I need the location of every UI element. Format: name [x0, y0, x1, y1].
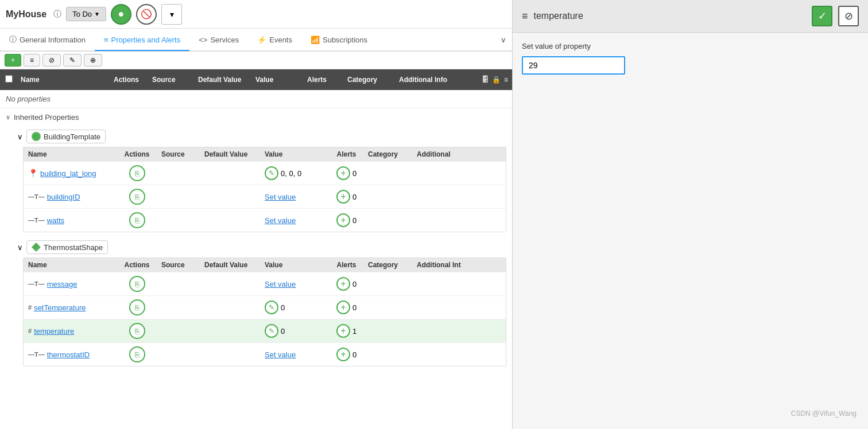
alert-count-watts: 0 — [352, 216, 356, 225]
row-actions-settemperature: ⎘ — [113, 299, 161, 315]
temperature-link[interactable]: temperature — [34, 327, 74, 336]
todo-caret-icon: ▼ — [94, 11, 100, 17]
inherited-properties-section[interactable]: ∨ Inherited Properties — [0, 108, 512, 126]
toolbar-btn-4[interactable]: ✎ — [63, 54, 82, 67]
ban-button[interactable]: 🚫 — [136, 4, 157, 25]
value-building-lat-long: 0, 0, 0 — [281, 169, 301, 178]
bth-additional: Additional — [417, 150, 506, 158]
copy-button-temperature[interactable]: ⎘ — [129, 323, 145, 339]
type-num-icon-settemp: # — [28, 304, 32, 311]
tab-general-label: General Information — [20, 36, 86, 44]
copy-button-buildingid[interactable]: ⎘ — [129, 189, 145, 205]
th-checkbox[interactable] — [0, 75, 17, 84]
cancel-button[interactable]: ⊘ — [838, 6, 859, 26]
tab-events[interactable]: ⚡ Events — [248, 30, 301, 51]
add-property-button[interactable]: + — [5, 54, 21, 67]
tab-properties-alerts[interactable]: ≡ Properties and Alerts — [95, 30, 189, 51]
row-actions-building-lat-long: ⎘ — [113, 165, 161, 181]
settemperature-link[interactable]: setTemperature — [34, 303, 86, 312]
tab-services[interactable]: <> Services — [189, 30, 248, 51]
building-lat-long-link[interactable]: building_lat_long — [40, 169, 96, 178]
tab-general-information[interactable]: ⓘ General Information — [0, 29, 95, 52]
toolbar-row: + ≡ ⊘ ✎ ⊕ — [0, 52, 512, 69]
th-additional-info: Additional Info — [399, 76, 478, 84]
table-row: —T— watts ⎘ Set value + 0 — [24, 208, 506, 232]
tab-events-label: Events — [269, 36, 292, 44]
inherited-label: Inherited Properties — [14, 113, 79, 122]
th-default-value: Default Value — [198, 76, 255, 84]
tth-category: Category — [368, 261, 417, 269]
add-alert-buildingid[interactable]: + — [336, 190, 350, 204]
watts-link[interactable]: watts — [47, 216, 64, 225]
message-link[interactable]: message — [47, 280, 78, 288]
th-actions: Actions — [100, 76, 152, 84]
watermark: CSDN @Vifun_Wang — [791, 410, 857, 418]
tab-subscriptions[interactable]: 📶 Subscriptions — [301, 30, 377, 51]
toolbar-btn-2[interactable]: ≡ — [24, 54, 40, 67]
add-alert-building-lat-long[interactable]: + — [336, 166, 350, 180]
inherited-toggle-icon: ∨ — [6, 114, 10, 121]
info-icon: ⓘ — [9, 34, 17, 45]
row-alerts-settemperature: + 0 — [325, 301, 368, 314]
building-template-header[interactable]: ∨ BuildingTemplate — [0, 126, 512, 147]
thermostat-template-badge[interactable]: ThermostatShape — [26, 240, 108, 254]
tabs-chevron-icon[interactable]: ∨ — [495, 30, 512, 50]
value-settemperature: 0 — [281, 303, 285, 312]
confirm-button[interactable]: ✓ — [812, 6, 832, 26]
building-table-header: Name Actions Source Default Value Value … — [24, 147, 506, 161]
edit-value-temperature[interactable]: ✎ — [265, 324, 278, 338]
thermostat-template-label: ThermostatShape — [44, 243, 103, 252]
th-name: Name — [17, 76, 100, 84]
row-value-building-lat-long: ✎ 0, 0, 0 — [265, 166, 325, 180]
thermostat-template-header[interactable]: ∨ ThermostatShape — [0, 237, 512, 258]
row-name-message: —T— message — [24, 280, 113, 288]
building-template-badge[interactable]: BuildingTemplate — [26, 130, 106, 143]
buildingid-link[interactable]: buildingID — [47, 193, 80, 201]
add-alert-thermostatid[interactable]: + — [336, 348, 350, 361]
no-properties-row: No properties — [0, 90, 512, 108]
set-value-thermostatid[interactable]: Set value — [265, 350, 296, 359]
bth-alerts: Alerts — [325, 150, 368, 158]
edit-value-settemperature[interactable]: ✎ — [265, 301, 278, 314]
select-all-checkbox[interactable] — [5, 75, 13, 83]
add-alert-message[interactable]: + — [336, 277, 350, 291]
set-value-buildingid[interactable]: Set value — [265, 193, 296, 201]
right-panel-header: ≡ temperature ✓ ⊘ — [513, 0, 868, 33]
right-panel: ≡ temperature ✓ ⊘ Set value of property — [513, 0, 868, 429]
type-text-icon-thermostatid: —T— — [28, 351, 45, 358]
row-value-message: Set value — [265, 280, 325, 288]
copy-button-message[interactable]: ⎘ — [129, 276, 145, 292]
copy-button-watts[interactable]: ⎘ — [129, 212, 145, 228]
row-alerts-thermostatid: + 0 — [325, 348, 368, 361]
chevron-button[interactable]: ▾ — [161, 4, 182, 25]
toolbar-btn-5[interactable]: ⊕ — [84, 54, 102, 67]
row-actions-message: ⎘ — [113, 276, 161, 292]
help-icon[interactable]: ⓘ — [53, 9, 61, 20]
set-value-message[interactable]: Set value — [265, 280, 296, 288]
list-icon: ≡ — [104, 36, 108, 44]
thermostat-table: Name Actions Source Default Value Value … — [23, 258, 506, 366]
row-value-settemperature: ✎ 0 — [265, 301, 325, 314]
scrollable-content: No properties ∨ Inherited Properties ∨ B… — [0, 90, 512, 429]
copy-button-building-lat-long[interactable]: ⎘ — [129, 165, 145, 181]
set-value-watts[interactable]: Set value — [265, 216, 296, 225]
row-name-settemperature: # setTemperature — [24, 303, 113, 312]
copy-button-settemperature[interactable]: ⎘ — [129, 299, 145, 315]
row-actions-watts: ⎘ — [113, 212, 161, 228]
todo-button[interactable]: To Do ▼ — [66, 7, 106, 21]
set-value-input[interactable] — [522, 56, 625, 75]
alert-count-building-lat-long: 0 — [352, 169, 356, 178]
add-alert-settemperature[interactable]: + — [336, 301, 350, 314]
toolbar-btn-3[interactable]: ⊘ — [42, 54, 61, 67]
green-circle-button[interactable]: ● — [111, 4, 131, 25]
lock-icon: 🔒 — [492, 76, 501, 84]
add-alert-temperature[interactable]: + — [336, 324, 350, 338]
row-actions-temperature: ⎘ — [113, 323, 161, 339]
tth-value: Value — [265, 261, 325, 269]
copy-button-thermostatid[interactable]: ⎘ — [129, 346, 145, 362]
row-alerts-temperature: + 1 — [325, 324, 368, 338]
row-name-watts: —T— watts — [24, 216, 113, 225]
thermostatid-link[interactable]: thermostatID — [47, 350, 90, 359]
add-alert-watts[interactable]: + — [336, 213, 350, 227]
edit-value-building-lat-long[interactable]: ✎ — [265, 166, 278, 180]
